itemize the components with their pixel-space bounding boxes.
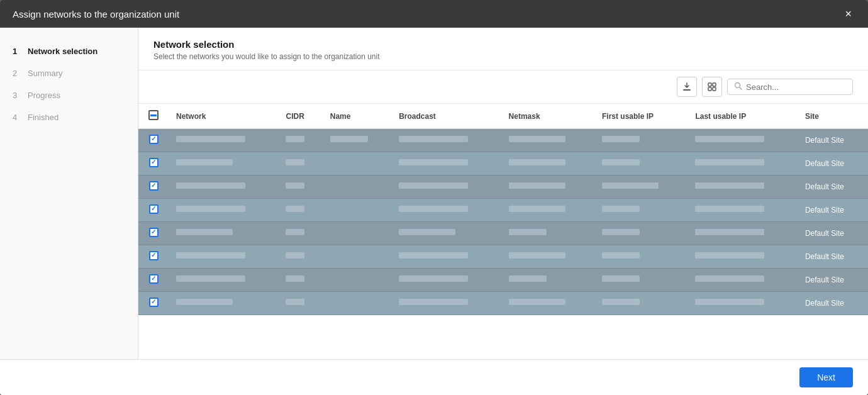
close-button[interactable]: × (841, 6, 855, 22)
col-name: Name (323, 104, 391, 129)
row-cell-4 (501, 222, 594, 245)
row-cell-1 (278, 222, 322, 245)
table-row[interactable]: Default Site (138, 129, 868, 152)
row-checkbox-cell[interactable] (138, 292, 169, 315)
select-all-checkbox[interactable] (148, 110, 159, 120)
table-head: Network CIDR Name Broadcast Netmask Firs… (138, 104, 868, 129)
row-cell-2 (323, 199, 391, 222)
table-row[interactable]: Default Site (138, 269, 868, 292)
row-cell-5 (594, 292, 687, 315)
blurred-value (695, 182, 764, 189)
row-checkbox[interactable] (149, 181, 159, 191)
row-checkbox-cell[interactable] (138, 222, 169, 245)
blurred-value (176, 275, 245, 282)
blurred-value (509, 229, 547, 235)
row-checkbox[interactable] (149, 228, 159, 237)
content-header-subtitle: Select the networks you would like to as… (153, 52, 853, 61)
row-cell-1 (278, 175, 322, 199)
row-site: Default Site (798, 129, 868, 152)
grid-icon-button[interactable] (702, 77, 722, 97)
blurred-value (602, 275, 640, 282)
modal-body: 1 Network selection 2 Summary 3 Progress… (0, 28, 868, 359)
blurred-value (695, 275, 764, 282)
row-cell-3 (391, 245, 501, 269)
row-cell-6 (687, 175, 797, 199)
row-cell-4 (501, 175, 594, 199)
search-icon (734, 82, 742, 92)
row-cell-2 (323, 222, 391, 245)
row-cell-2 (323, 269, 391, 292)
blurred-value (286, 182, 304, 189)
blurred-value (695, 206, 764, 212)
row-cell-1 (278, 199, 322, 222)
row-cell-0 (169, 152, 278, 175)
table-row[interactable]: Default Site (138, 152, 868, 175)
row-cell-0 (169, 175, 278, 199)
next-button[interactable]: Next (799, 367, 853, 387)
row-checkbox-cell[interactable] (138, 152, 169, 175)
row-cell-4 (501, 129, 594, 152)
table-row[interactable]: Default Site (138, 175, 868, 199)
row-cell-6 (687, 152, 797, 175)
networks-table: Network CIDR Name Broadcast Netmask Firs… (138, 104, 868, 315)
blurred-value (602, 206, 640, 212)
blurred-value (695, 229, 764, 235)
svg-rect-1 (708, 83, 711, 86)
row-cell-1 (278, 129, 322, 152)
select-all-header[interactable] (138, 104, 169, 129)
row-checkbox[interactable] (149, 204, 159, 214)
content-header: Network selection Select the networks yo… (138, 28, 868, 70)
blurred-value (176, 159, 233, 165)
row-cell-4 (501, 292, 594, 315)
search-input[interactable] (746, 82, 846, 92)
download-icon (682, 82, 692, 92)
col-last-usable: Last usable IP (687, 104, 797, 129)
row-checkbox-cell[interactable] (138, 245, 169, 269)
row-checkbox-cell[interactable] (138, 129, 169, 152)
row-checkbox-cell[interactable] (138, 199, 169, 222)
table-row[interactable]: Default Site (138, 245, 868, 269)
row-cell-6 (687, 222, 797, 245)
sidebar-step-finished[interactable]: 4 Finished (0, 106, 138, 128)
sidebar: 1 Network selection 2 Summary 3 Progress… (0, 28, 138, 359)
row-cell-3 (391, 269, 501, 292)
toolbar (138, 70, 868, 104)
row-checkbox[interactable] (149, 135, 159, 144)
row-checkbox[interactable] (149, 251, 159, 260)
svg-rect-0 (683, 89, 691, 91)
blurred-value (602, 159, 640, 165)
row-cell-5 (594, 129, 687, 152)
table-row[interactable]: Default Site (138, 199, 868, 222)
blurred-value (602, 136, 640, 142)
col-first-usable: First usable IP (594, 104, 687, 129)
row-cell-0 (169, 245, 278, 269)
row-cell-4 (501, 152, 594, 175)
blurred-value (399, 252, 468, 259)
table-row[interactable]: Default Site (138, 222, 868, 245)
table-header-row: Network CIDR Name Broadcast Netmask Firs… (138, 104, 868, 129)
sidebar-step-progress[interactable]: 3 Progress (0, 84, 138, 106)
row-checkbox[interactable] (149, 274, 159, 284)
row-checkbox[interactable] (149, 298, 159, 307)
download-icon-button[interactable] (677, 77, 697, 97)
row-checkbox-cell[interactable] (138, 269, 169, 292)
row-cell-0 (169, 269, 278, 292)
blurred-value (695, 299, 764, 305)
row-cell-0 (169, 222, 278, 245)
step-number: 4 (13, 113, 21, 122)
row-site: Default Site (798, 152, 868, 175)
row-site: Default Site (798, 222, 868, 245)
row-cell-6 (687, 269, 797, 292)
table-row[interactable]: Default Site (138, 292, 868, 315)
row-checkbox[interactable] (149, 158, 159, 167)
blurred-value (399, 299, 468, 305)
col-broadcast: Broadcast (391, 104, 501, 129)
blurred-value (602, 229, 640, 235)
row-checkbox-cell[interactable] (138, 175, 169, 199)
step-number: 2 (13, 69, 21, 78)
col-site: Site (798, 104, 868, 129)
row-cell-6 (687, 129, 797, 152)
sidebar-step-summary[interactable]: 2 Summary (0, 62, 138, 84)
row-site: Default Site (798, 199, 868, 222)
row-cell-0 (169, 129, 278, 152)
